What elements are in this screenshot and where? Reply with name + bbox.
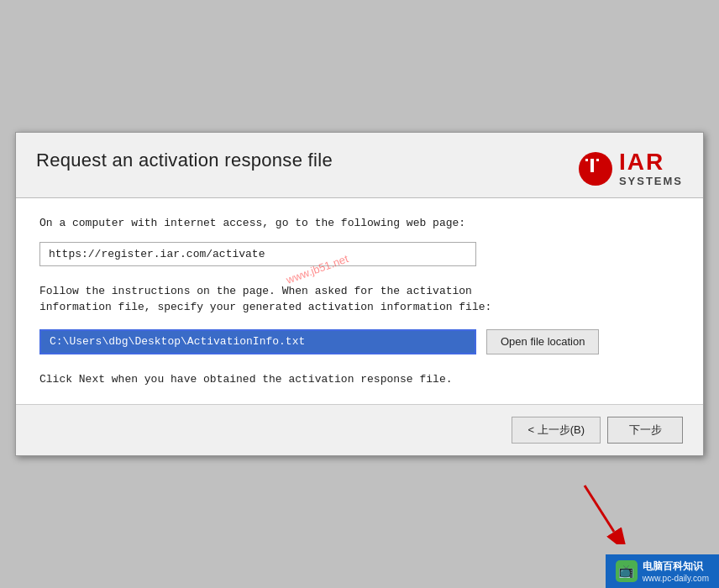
file-row: Open file location <box>39 329 680 354</box>
file-path-input[interactable] <box>39 329 476 354</box>
badge-text-container: 电脑百科知识 www.pc-daily.com <box>643 559 709 583</box>
instruction-text-1: On a computer with internet access, go t… <box>39 215 680 232</box>
next-button[interactable]: 下一步 <box>607 417 683 444</box>
iar-logo-icon <box>577 150 614 187</box>
click-next-text: Click Next when you have obtained the ac… <box>39 371 680 388</box>
logo-systems-text: SYSTEMS <box>619 176 683 187</box>
logo-container: IAR SYSTEMS <box>577 150 683 187</box>
badge-text-main: 电脑百科知识 <box>643 559 709 574</box>
follow-text: Follow the instructions on the page. Whe… <box>39 283 680 316</box>
dialog-header: Request an activation response file IAR … <box>16 133 703 197</box>
open-file-location-button[interactable]: Open file location <box>486 329 599 354</box>
dialog-footer: < 上一步(B) 下一步 <box>16 404 703 455</box>
red-arrow-indicator <box>576 477 627 544</box>
svg-rect-1 <box>590 159 594 172</box>
svg-rect-2 <box>585 159 588 161</box>
url-display: https://register.iar.com/activate <box>39 242 476 266</box>
svg-point-0 <box>579 152 612 186</box>
logo-text: IAR SYSTEMS <box>619 150 683 187</box>
badge-icon: 📺 <box>616 560 638 582</box>
dialog-title: Request an activation response file <box>36 150 333 171</box>
back-button[interactable]: < 上一步(B) <box>512 417 601 444</box>
dialog-body: www.jb51.net On a computer with internet… <box>16 198 703 404</box>
svg-rect-3 <box>596 159 599 161</box>
logo-iar-text: IAR <box>619 150 683 176</box>
svg-line-5 <box>585 486 614 532</box>
dialog: Request an activation response file IAR … <box>15 132 704 456</box>
badge-text-sub: www.pc-daily.com <box>643 574 709 583</box>
pc-daily-badge: 📺 电脑百科知识 www.pc-daily.com <box>606 554 719 588</box>
